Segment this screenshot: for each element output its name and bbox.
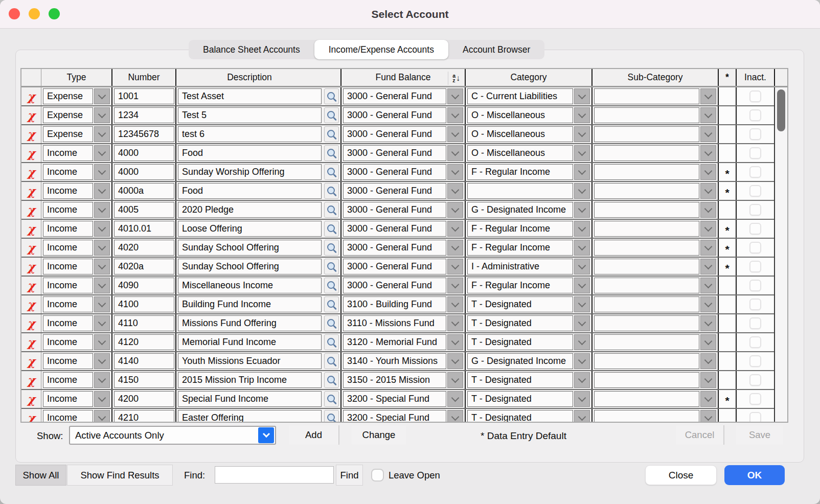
category-select[interactable]: F - Regular Income — [467, 278, 573, 293]
type-dropdown-button[interactable] — [94, 240, 110, 256]
number-input[interactable]: 4005 — [114, 202, 174, 218]
delete-row-button[interactable]: χ — [21, 239, 41, 257]
fund-balance-dropdown-button[interactable] — [447, 145, 463, 161]
number-input[interactable]: 4010.01 — [114, 221, 174, 237]
inactive-checkbox[interactable] — [749, 185, 761, 197]
sub-category-dropdown-button[interactable] — [700, 107, 716, 123]
lookup-button[interactable] — [324, 353, 339, 369]
lookup-button[interactable] — [324, 183, 339, 199]
delete-row-button[interactable]: χ — [21, 314, 41, 332]
category-dropdown-button[interactable] — [574, 334, 590, 350]
fund-balance-dropdown-button[interactable] — [447, 164, 463, 180]
lookup-button[interactable] — [324, 240, 339, 256]
delete-row-button[interactable]: χ — [21, 106, 41, 124]
description-input[interactable]: 2020 Pledge — [178, 202, 322, 218]
tab-income-expense-accounts[interactable]: Income/Expense Accounts — [314, 40, 448, 59]
number-input[interactable]: 4110 — [114, 315, 174, 331]
sub-category-dropdown-button[interactable] — [700, 145, 716, 161]
lookup-button[interactable] — [324, 88, 339, 104]
type-dropdown-button[interactable] — [94, 315, 110, 331]
description-input[interactable]: Sunday School Offering — [178, 240, 322, 256]
inactive-checkbox[interactable] — [749, 223, 761, 235]
sub-category-dropdown-button[interactable] — [700, 183, 716, 199]
type-dropdown-button[interactable] — [94, 145, 110, 161]
lookup-button[interactable] — [324, 372, 339, 388]
sort-az-descending-icon[interactable]: az↓ — [448, 72, 460, 85]
lookup-button[interactable] — [324, 315, 339, 331]
number-input[interactable]: 4120 — [114, 334, 174, 350]
type-dropdown-button[interactable] — [94, 391, 110, 407]
number-input[interactable]: 4200 — [114, 391, 174, 407]
category-select[interactable]: T - Designated — [467, 334, 573, 350]
sub-category-select[interactable] — [594, 145, 699, 161]
sub-category-select[interactable] — [594, 410, 699, 423]
lookup-button[interactable] — [324, 107, 339, 123]
category-dropdown-button[interactable] — [574, 240, 590, 256]
fund-balance-dropdown-button[interactable] — [447, 259, 463, 274]
description-input[interactable]: Memorial Fund Income — [178, 334, 322, 350]
sub-category-select[interactable] — [594, 240, 699, 256]
type-select[interactable]: Income — [43, 240, 93, 256]
delete-row-button[interactable]: χ — [21, 409, 41, 423]
inactive-checkbox[interactable] — [749, 299, 761, 310]
fund-balance-select[interactable]: 3000 - General Fund — [343, 88, 446, 104]
category-dropdown-button[interactable] — [574, 183, 590, 199]
type-dropdown-button[interactable] — [94, 202, 110, 218]
type-dropdown-button[interactable] — [94, 107, 110, 123]
type-select[interactable]: Income — [43, 221, 93, 237]
sub-category-select[interactable] — [594, 391, 699, 407]
category-dropdown-button[interactable] — [574, 221, 590, 237]
fund-balance-dropdown-button[interactable] — [447, 221, 463, 237]
type-dropdown-button[interactable] — [94, 353, 110, 369]
vertical-scrollbar[interactable] — [774, 87, 787, 423]
change-button[interactable]: Change — [352, 425, 406, 445]
type-select[interactable]: Income — [43, 372, 93, 388]
lookup-button[interactable] — [324, 259, 339, 274]
number-input[interactable]: 4140 — [114, 353, 174, 369]
sub-category-select[interactable] — [594, 107, 699, 123]
sub-category-dropdown-button[interactable] — [700, 315, 716, 331]
number-input[interactable]: 1234 — [114, 107, 174, 123]
inactive-checkbox[interactable] — [749, 336, 761, 348]
sub-category-dropdown-button[interactable] — [700, 126, 716, 142]
type-select[interactable]: Income — [43, 296, 93, 312]
delete-row-button[interactable]: χ — [21, 295, 41, 313]
description-input[interactable]: Test 5 — [178, 107, 322, 123]
category-dropdown-button[interactable] — [574, 410, 590, 423]
sub-category-dropdown-button[interactable] — [700, 372, 716, 388]
description-input[interactable]: 2015 Mission Trip Income — [178, 372, 322, 388]
find-button[interactable]: Find — [336, 465, 363, 486]
category-select[interactable]: T - Designated — [467, 372, 573, 388]
category-select[interactable]: C - Current Liabilities — [467, 88, 573, 104]
sub-category-dropdown-button[interactable] — [700, 240, 716, 256]
fund-balance-select[interactable]: 3000 - General Fund — [343, 240, 446, 256]
inactive-checkbox[interactable] — [749, 90, 761, 102]
fund-balance-dropdown-button[interactable] — [447, 278, 463, 293]
sub-category-select[interactable] — [594, 334, 699, 350]
fund-balance-select[interactable]: 3000 - General Fund — [343, 145, 446, 161]
delete-row-button[interactable]: χ — [21, 352, 41, 370]
add-button[interactable]: Add — [289, 425, 339, 445]
sub-category-select[interactable] — [594, 315, 699, 331]
fund-balance-dropdown-button[interactable] — [447, 296, 463, 312]
fund-balance-select[interactable]: 3000 - General Fund — [343, 278, 446, 293]
fund-balance-select[interactable]: 3000 - General Fund — [343, 126, 446, 142]
sub-category-dropdown-button[interactable] — [700, 353, 716, 369]
vertical-scrollbar-thumb[interactable] — [777, 89, 785, 131]
lookup-button[interactable] — [324, 145, 339, 161]
inactive-checkbox[interactable] — [749, 242, 761, 254]
inactive-checkbox[interactable] — [749, 128, 761, 140]
category-select[interactable]: G - Designated Income — [467, 353, 573, 369]
delete-row-button[interactable]: χ — [21, 201, 41, 219]
delete-row-button[interactable]: χ — [21, 333, 41, 351]
sub-category-select[interactable] — [594, 353, 699, 369]
type-dropdown-button[interactable] — [94, 410, 110, 423]
category-dropdown-button[interactable] — [574, 202, 590, 218]
type-select[interactable]: Income — [43, 278, 93, 293]
category-dropdown-button[interactable] — [574, 315, 590, 331]
fund-balance-dropdown-button[interactable] — [447, 410, 463, 423]
sub-category-dropdown-button[interactable] — [700, 296, 716, 312]
description-input[interactable]: Special Fund Income — [178, 391, 322, 407]
type-dropdown-button[interactable] — [94, 221, 110, 237]
inactive-checkbox[interactable] — [749, 317, 761, 329]
